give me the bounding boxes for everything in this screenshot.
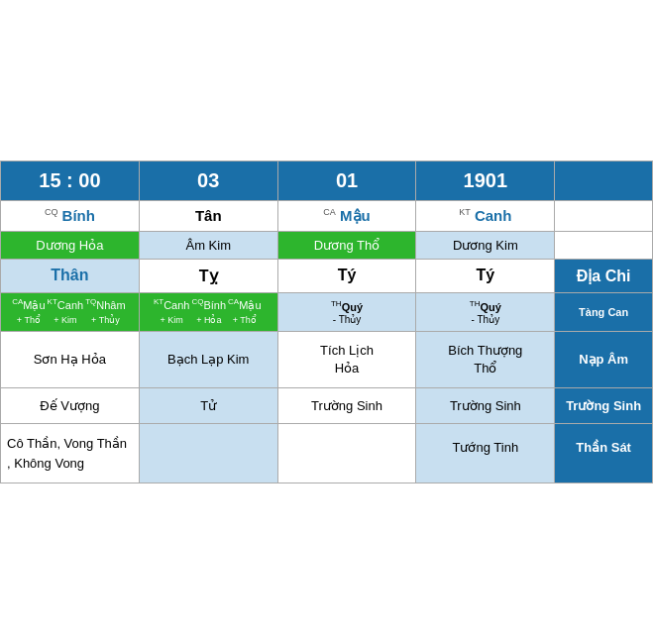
thiencan-thang-text: Mậu: [340, 207, 371, 224]
truongsinh-label: Trường Sinh: [555, 388, 653, 424]
thansat-thang: [277, 424, 416, 483]
tangcan-ngay: KTCanh+ KimCQBính+ HỏaCAMậu+ Thổ: [139, 292, 277, 331]
tangcan-row: CAMậu+ ThổKTCanh+ KimTQNhâm+ Thủy KTCanh…: [1, 292, 653, 331]
diachi-gio: Thân: [1, 259, 140, 292]
header-thang: 01: [277, 161, 416, 200]
napam1-ngay: Âm Kim: [139, 231, 277, 259]
thiencan-nam-text: Canh: [475, 207, 512, 224]
thiencan-gio-text: Bính: [62, 207, 95, 224]
napam1-gio: Dương Hỏa: [1, 231, 140, 259]
napam2-nam: Bích ThượngThổ: [416, 331, 555, 387]
truongsinh-row: Đế Vượng Tử Trường Sinh Trường Sinh Trườ…: [1, 388, 653, 424]
truongsinh-ngay: Tử: [139, 388, 277, 424]
thiencan-ngay-text: Tân: [195, 207, 222, 224]
thansat-row: Cô Thần, Vong Thần , Không Vong Tướng Ti…: [1, 424, 653, 483]
tangcan-gio: CAMậu+ ThổKTCanh+ KimTQNhâm+ Thủy: [1, 292, 140, 331]
napam2-gio: Sơn Hạ Hỏa: [1, 331, 140, 387]
thansat-ngay: [139, 424, 277, 483]
main-container: 15 : 00 03 01 1901 CQ Bính Tân CA Mậu KT…: [0, 161, 653, 483]
napam1-nam: Dương Kim: [416, 231, 555, 259]
header-ngay: 03: [139, 161, 277, 200]
napam2-ngay: Bạch Lạp Kim: [139, 331, 277, 387]
diachi-thang: Tý: [277, 259, 416, 292]
truongsinh-thang: Trường Sinh: [277, 388, 416, 424]
napam1-row: Dương Hỏa Âm Kim Dương Thổ Dương Kim: [1, 231, 653, 259]
napam2-thang: Tích LịchHỏa: [277, 331, 416, 387]
diachi-ngay: Tỵ: [139, 259, 277, 292]
header-label: [555, 161, 653, 200]
thiencan-label: Thiên Can: [555, 200, 653, 231]
napam1-label-empty: [555, 231, 653, 259]
thiencan-gio-sup: CQ: [45, 207, 58, 217]
truongsinh-gio: Đế Vượng: [1, 388, 140, 424]
napam2-label: Nạp Âm: [555, 331, 653, 387]
header-gio: 15 : 00: [1, 161, 140, 200]
napam1-thang: Dương Thổ: [277, 231, 416, 259]
diachi-row: Thân Tỵ Tý Tý Địa Chi: [1, 259, 653, 292]
diachi-nam: Tý: [416, 259, 555, 292]
thiencan-thang: CA Mậu: [277, 200, 416, 231]
thiencan-gio: CQ Bính: [1, 200, 140, 231]
thiencan-nam: KT Canh: [416, 200, 555, 231]
napam2-row: Sơn Hạ Hỏa Bạch Lạp Kim Tích LịchHỏa Bíc…: [1, 331, 653, 387]
thansat-nam: Tướng Tinh: [416, 424, 555, 483]
tangcan-nam: THQuý- Thủy: [416, 292, 555, 331]
thiencan-ngay: Tân: [139, 200, 277, 231]
thiencan-row: CQ Bính Tân CA Mậu KT Canh Thiên Can: [1, 200, 653, 231]
header-row: 15 : 00 03 01 1901: [1, 161, 653, 200]
thiencan-nam-sup: KT: [459, 207, 471, 217]
header-nam: 1901: [416, 161, 555, 200]
tangcan-thang: THQuý- Thủy: [277, 292, 416, 331]
thiencan-thang-sup: CA: [323, 207, 336, 217]
thansat-label: Thần Sát: [555, 424, 653, 483]
thansat-gio: Cô Thần, Vong Thần , Không Vong: [1, 424, 140, 483]
tangcan-label: Tàng Can: [555, 292, 653, 331]
diachi-label: Địa Chi: [555, 259, 653, 292]
truongsinh-nam: Trường Sinh: [416, 388, 555, 424]
